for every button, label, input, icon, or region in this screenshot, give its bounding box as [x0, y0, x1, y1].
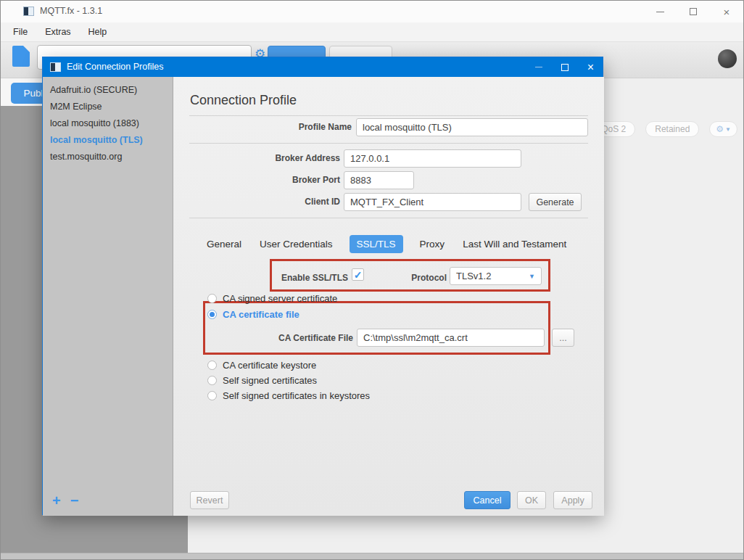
divider: [189, 218, 588, 218]
page-title: Connection Profile: [190, 93, 297, 108]
enable-ssl-checkbox[interactable]: ✓: [352, 268, 364, 281]
chevron-down-icon: ▼: [529, 273, 535, 280]
option-self-signed-keystores[interactable]: Self signed certificates in keystores: [207, 390, 370, 401]
broker-address-input[interactable]: [344, 149, 521, 168]
ca-certificate-file-label: CA Certificate File: [231, 333, 353, 343]
window-title: MQTT.fx - 1.3.1: [40, 6, 102, 16]
menubar: File Extras Help: [1, 22, 743, 42]
protocol-value: TLSv1.2: [456, 271, 491, 281]
profile-name-input[interactable]: [356, 118, 588, 136]
tab-user-credentials[interactable]: User Credentials: [258, 235, 334, 253]
profile-item[interactable]: local mosquitto (1883): [43, 115, 173, 132]
menu-file[interactable]: File: [1, 22, 36, 41]
gear-icon: ⚙: [716, 124, 724, 134]
radio-label: Self signed certificates: [223, 375, 317, 386]
ok-button[interactable]: OK: [517, 491, 546, 509]
dialog-titlebar: Edit Connection Profiles ×: [43, 57, 603, 77]
tab-general[interactable]: General: [205, 235, 243, 253]
retained-pill[interactable]: Retained: [645, 121, 699, 137]
minimize-button[interactable]: [643, 1, 677, 22]
browse-button[interactable]: ...: [552, 329, 574, 347]
dialog-content: Connection Profile Profile Name Broker A…: [173, 77, 604, 516]
maximize-button[interactable]: [677, 1, 710, 22]
client-id-input[interactable]: [344, 193, 521, 211]
option-ca-signed-server-cert[interactable]: CA signed server certificate: [207, 293, 337, 304]
close-icon: ×: [724, 7, 730, 17]
connection-status-indicator: [718, 49, 737, 68]
remove-profile-button[interactable]: −: [70, 494, 79, 507]
revert-button[interactable]: Revert: [190, 491, 229, 509]
ca-certificate-file-input[interactable]: [357, 329, 545, 347]
chevron-down-icon: ▼: [725, 126, 731, 133]
profile-list: Adafruit.io (SECURE) M2M Eclipse local m…: [43, 77, 173, 516]
statusbar: [1, 553, 743, 559]
option-ca-certificate-file[interactable]: CA certificate file: [207, 309, 299, 320]
profile-item[interactable]: test.mosquitto.org: [43, 149, 173, 165]
new-profile-icon[interactable]: [12, 46, 30, 67]
settings-tabs: General User Credentials SSL/TLS Proxy L…: [205, 235, 568, 253]
app-icon: [23, 7, 34, 16]
radio-label: CA signed server certificate: [223, 293, 337, 304]
maximize-icon: [690, 8, 697, 15]
broker-port-input[interactable]: [344, 171, 414, 189]
apply-button[interactable]: Apply: [553, 491, 592, 509]
option-self-signed-certificates[interactable]: Self signed certificates: [207, 375, 317, 386]
tab-proxy[interactable]: Proxy: [418, 235, 447, 253]
radio-icon: [207, 361, 217, 370]
dialog-maximize-icon[interactable]: [561, 64, 569, 71]
dialog-close-icon[interactable]: ×: [587, 62, 594, 73]
radio-icon: [207, 376, 217, 385]
option-ca-certificate-keystore[interactable]: CA certificate keystore: [207, 360, 316, 371]
protocol-dropdown[interactable]: TLSv1.2 ▼: [450, 267, 542, 285]
menu-help[interactable]: Help: [80, 22, 116, 41]
main-titlebar: MQTT.fx - 1.3.1 ×: [1, 1, 743, 22]
minimize-icon: [656, 12, 664, 12]
radio-icon: [207, 391, 217, 400]
generate-button[interactable]: Generate: [529, 193, 582, 211]
radio-selected-icon: [207, 310, 217, 319]
client-id-label: Client ID: [173, 197, 340, 207]
mqttfx-main-window: MQTT.fx - 1.3.1 × File Extras Help ⚙ Pub…: [0, 0, 744, 560]
radio-icon: [207, 294, 217, 303]
enable-ssl-label: Enable SSL/TLS: [246, 273, 348, 283]
profile-item-selected[interactable]: local mosquitto (TLS): [43, 132, 173, 149]
broker-port-label: Broker Port: [173, 175, 340, 185]
menu-extras[interactable]: Extras: [36, 22, 79, 41]
cancel-button[interactable]: Cancel: [464, 491, 511, 509]
dialog-title: Edit Connection Profiles: [67, 62, 163, 72]
radio-label: CA certificate keystore: [223, 360, 316, 371]
profile-name-label: Profile Name: [173, 122, 352, 132]
publish-settings-pill[interactable]: ⚙▼: [709, 121, 737, 137]
divider: [189, 115, 588, 116]
edit-connection-profiles-dialog: Edit Connection Profiles × Adafruit.io (…: [42, 57, 603, 515]
radio-label: Self signed certificates in keystores: [223, 390, 370, 401]
profile-item[interactable]: Adafruit.io (SECURE): [43, 82, 173, 99]
add-profile-button[interactable]: +: [52, 494, 61, 507]
divider: [189, 143, 588, 144]
tab-ssl-tls[interactable]: SSL/TLS: [350, 235, 403, 253]
tab-last-will[interactable]: Last Will and Testament: [461, 235, 568, 253]
profile-item[interactable]: M2M Eclipse: [43, 99, 173, 115]
protocol-label: Protocol: [376, 273, 447, 283]
close-button[interactable]: ×: [710, 1, 743, 22]
dialog-icon: [50, 62, 61, 72]
dialog-minimize-icon[interactable]: [535, 67, 542, 67]
broker-address-label: Broker Address: [173, 153, 340, 163]
radio-label-selected: CA certificate file: [223, 309, 299, 320]
